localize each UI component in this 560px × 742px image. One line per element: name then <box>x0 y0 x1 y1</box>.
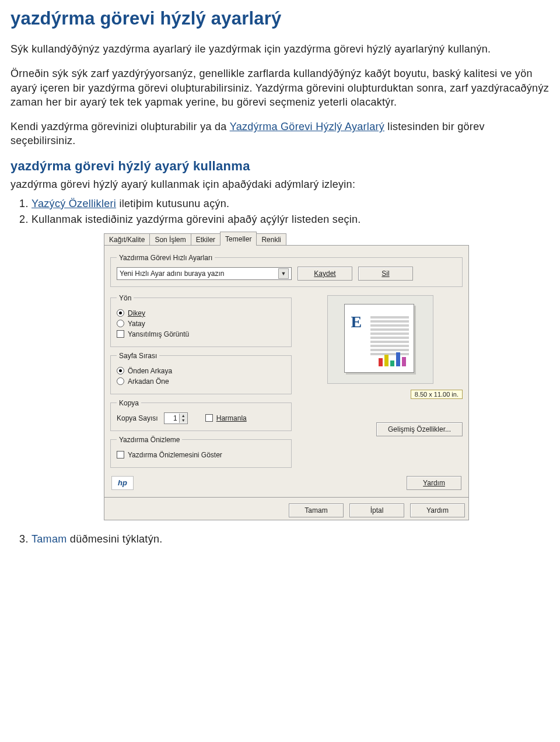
dialog-tabs: Kağıt/Kalite Son İşlem Etkiler Temeller … <box>104 233 469 246</box>
page-order-group: Sayfa Sırası Önden Arkaya Arkadan Öne <box>110 352 292 394</box>
mirror-image-check[interactable]: Yansıtılmış Görüntü <box>117 330 285 338</box>
preview-chart-icon <box>379 352 406 366</box>
step-1: Yazýcý Özellikleri iletiþim kutusunu açý… <box>32 198 550 210</box>
section-intro: yazdýrma görevi hýzlý ayarý kullanmak iç… <box>10 178 550 191</box>
delete-button[interactable]: Sil <box>358 267 413 281</box>
copies-count-spinner[interactable]: 1 ▲ ▼ <box>164 412 188 424</box>
intro-paragraph-3: Kendi yazdýrma görevinizi oluþturabilir … <box>10 120 550 148</box>
radio-icon <box>117 320 124 327</box>
dialog-body: Yazdırma Görevi Hızlı Ayarları Yeni Hızl… <box>104 245 469 498</box>
orientation-landscape-label: Yatay <box>128 320 145 328</box>
copies-legend: Kopya <box>117 399 141 407</box>
tab-color[interactable]: Renkli <box>256 233 286 246</box>
radio-icon <box>117 367 124 374</box>
radio-icon <box>117 377 124 385</box>
printer-properties-link[interactable]: Yazýcý Özellikleri <box>32 198 116 209</box>
quick-settings-legend: Yazdırma Görevi Hızlı Ayarları <box>117 254 215 262</box>
quick-settings-combo-text: Yeni Hızlı Ayar adını buraya yazın <box>120 270 224 278</box>
orientation-portrait-label: Dikey <box>128 309 145 317</box>
help-button-label: Yardım <box>423 479 445 487</box>
chevron-down-icon[interactable]: ▼ <box>278 268 289 279</box>
p3-part-a: Kendi yazdýrma görevinizi oluþturabilir … <box>10 121 230 132</box>
preview-size-label: 8.50 x 11.00 in. <box>411 390 463 399</box>
help-button[interactable]: Yardım <box>407 476 461 490</box>
printer-dialog: Kağıt/Kalite Son İşlem Etkiler Temeller … <box>104 233 469 520</box>
ok-button[interactable]: Tamam <box>289 503 344 517</box>
tab-basics[interactable]: Temeller <box>220 232 257 246</box>
checkbox-icon <box>117 330 124 338</box>
collate-label: Harmanla <box>216 414 247 422</box>
step-1-rest: iletiþim kutusunu açýn. <box>116 198 229 209</box>
checkbox-icon <box>117 451 124 459</box>
page-order-front-back[interactable]: Önden Arkaya <box>117 367 285 375</box>
quick-settings-group: Yazdırma Görevi Hızlı Ayarları Yeni Hızl… <box>110 254 463 287</box>
steps-list: Yazýcý Özellikleri iletiþim kutusunu açý… <box>32 198 550 226</box>
mirror-image-label: Yansıtılmış Görüntü <box>128 330 189 338</box>
footer-help-button[interactable]: Yardım <box>410 503 465 517</box>
copies-count-label: Kopya Sayısı <box>117 414 158 422</box>
print-preview-group: Yazdırma Önizleme Yazdırma Önizlemesini … <box>110 436 292 468</box>
save-button-label: Kaydet <box>314 270 335 278</box>
hp-logo-icon: hp <box>111 476 134 490</box>
intro-paragraph-2: Örneðin sýk sýk zarf yazdýrýyorsanýz, ge… <box>10 66 550 109</box>
page-preview: E <box>327 295 433 384</box>
orientation-portrait[interactable]: Dikey <box>117 309 285 317</box>
show-preview-check[interactable]: Yazdırma Önizlemesini Göster <box>117 451 285 459</box>
page-order-back-front-label: Arkadan Öne <box>128 377 169 386</box>
page-order-back-front[interactable]: Arkadan Öne <box>117 377 285 386</box>
step-3-rest: düðmesini týklatýn. <box>67 533 163 545</box>
spinner-up-icon[interactable]: ▲ <box>179 414 187 418</box>
preview-letter-icon: E <box>351 313 362 331</box>
show-preview-label: Yazdırma Önizlemesini Göster <box>128 451 222 459</box>
orientation-group: Yön Dikey Yatay Yansıtılmış Görüntü <box>110 294 292 347</box>
delete-button-label: Sil <box>382 270 389 278</box>
orientation-legend: Yön <box>117 294 134 302</box>
tab-paper-quality[interactable]: Kağıt/Kalite <box>104 233 150 246</box>
page-order-front-back-label: Önden Arkaya <box>128 367 172 375</box>
page-title: yazdýrma görevi hýzlý ayarlarý <box>10 8 550 29</box>
collate-check[interactable]: Harmanla <box>205 414 247 422</box>
orientation-landscape[interactable]: Yatay <box>117 320 285 328</box>
step-2: Kullanmak istediðiniz yazdýrma görevini … <box>32 214 550 226</box>
advanced-features-button[interactable]: Gelişmiş Özellikler... <box>376 422 463 436</box>
tab-finishing[interactable]: Son İşlem <box>149 233 191 246</box>
step-3: Tamam düðmesini týklatýn. <box>32 533 550 545</box>
checkbox-icon <box>205 414 213 422</box>
page-order-legend: Sayfa Sırası <box>117 352 159 360</box>
save-button[interactable]: Kaydet <box>298 267 352 281</box>
tab-effects[interactable]: Etkiler <box>191 233 220 246</box>
preview-lines-icon <box>370 316 409 357</box>
quick-settings-link[interactable]: Yazdýrma Görevi Hýzlý Ayarlarý <box>230 121 384 132</box>
ok-reference: Tamam <box>32 533 67 545</box>
copies-count-value: 1 <box>164 414 179 422</box>
print-preview-legend: Yazdırma Önizleme <box>117 436 182 444</box>
steps-list-continued: Tamam düðmesini týklatýn. <box>32 533 550 545</box>
copies-group: Kopya Kopya Sayısı 1 ▲ ▼ Harmanla <box>110 399 292 431</box>
cancel-button[interactable]: İptal <box>349 503 404 517</box>
intro-paragraph-1: Sýk kullandýðýnýz yazdýrma ayarlarý ile … <box>10 42 550 56</box>
radio-icon <box>117 309 124 317</box>
section-title: yazdýrma görevi hýzlý ayarý kullanma <box>10 159 550 174</box>
spinner-down-icon[interactable]: ▼ <box>179 418 187 423</box>
dialog-footer: Tamam İptal Yardım <box>104 498 469 520</box>
quick-settings-combo[interactable]: Yeni Hızlı Ayar adını buraya yazın ▼ <box>117 267 292 280</box>
preview-page-icon: E <box>344 304 414 373</box>
